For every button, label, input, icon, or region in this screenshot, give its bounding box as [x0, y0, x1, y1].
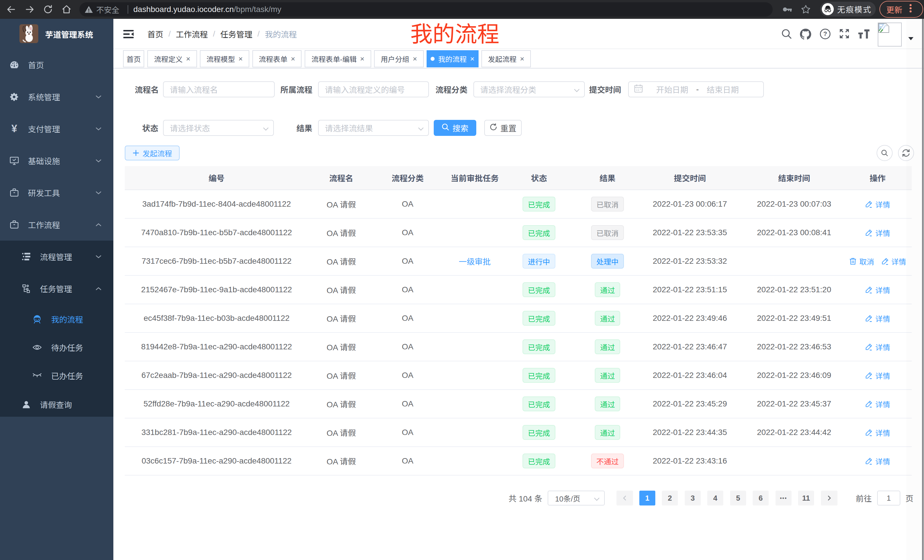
svg-text:?: ?: [823, 30, 827, 37]
